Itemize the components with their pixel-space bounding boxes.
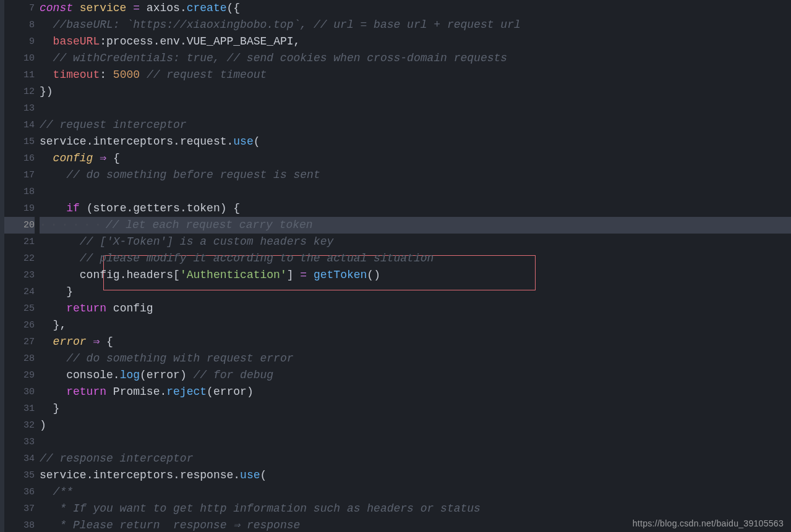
line-number[interactable]: 38	[4, 517, 35, 532]
token-comment: // let each request carry token	[106, 219, 313, 231]
token-text	[40, 319, 53, 331]
token-punct: :	[100, 69, 113, 81]
line-number-gutter[interactable]: 7891011121314151617181920212223242526272…	[4, 0, 40, 532]
code-line[interactable]: service.interceptors.response.use(	[40, 467, 791, 484]
code-line[interactable]: )	[40, 417, 791, 434]
code-line[interactable]: /**	[40, 484, 791, 500]
token-text: Promise	[106, 386, 160, 398]
token-punct: :	[100, 35, 106, 48]
code-line[interactable]: config ⇒ {	[40, 150, 791, 167]
code-line[interactable]: error ⇒ {	[40, 334, 791, 350]
line-number[interactable]: 20	[4, 217, 35, 234]
code-line[interactable]: //baseURL: `https://xiaoxingbobo.top`, /…	[40, 17, 791, 33]
code-line[interactable]: return Promise.reject(error)	[40, 384, 791, 400]
code-line[interactable]: if (store.getters.token) {	[40, 200, 791, 217]
code-line[interactable]: // do something before request is sent	[40, 167, 791, 184]
token-operator: =	[133, 2, 140, 14]
line-number[interactable]: 30	[4, 384, 35, 400]
line-number[interactable]: 16	[4, 150, 35, 167]
token-text: config	[40, 269, 120, 281]
token-text	[40, 252, 80, 264]
code-line[interactable]: }	[40, 400, 791, 417]
token-comment: // ['X-Token'] is a custom headers key	[80, 235, 333, 248]
token-text	[40, 235, 80, 248]
token-comment: // for debug	[193, 369, 273, 381]
token-text: response	[180, 469, 233, 481]
token-text	[106, 152, 113, 164]
line-number[interactable]: 18	[4, 184, 35, 200]
code-line[interactable]: return config	[40, 300, 791, 317]
token-param: error	[53, 336, 87, 348]
token-text	[40, 285, 66, 298]
code-content-area[interactable]: const service = axios.create({ //baseURL…	[40, 0, 791, 532]
code-line[interactable]	[40, 100, 791, 117]
line-number[interactable]: 19	[4, 200, 35, 217]
line-number[interactable]: 27	[4, 334, 35, 350]
line-number[interactable]: 37	[4, 500, 35, 517]
code-line[interactable]: })	[40, 83, 791, 100]
line-number[interactable]: 17	[4, 167, 35, 184]
code-line[interactable]: baseURL:process.env.VUE_APP_BASE_API,	[40, 33, 791, 50]
code-line[interactable]: // do something with request error	[40, 350, 791, 367]
line-number[interactable]: 29	[4, 367, 35, 384]
line-number[interactable]: 14	[4, 117, 35, 133]
code-editor[interactable]: 7891011121314151617181920212223242526272…	[0, 0, 791, 532]
code-line[interactable]: // request interceptor	[40, 117, 791, 133]
token-function: use	[240, 469, 260, 481]
line-number[interactable]: 10	[4, 50, 35, 67]
code-line[interactable]: * If you want to get http information su…	[40, 500, 791, 517]
token-text	[40, 69, 53, 81]
code-line[interactable]: service.interceptors.request.use(	[40, 133, 791, 150]
code-line[interactable]: const service = axios.create({	[40, 0, 791, 17]
code-line[interactable]: }	[40, 284, 791, 300]
token-text	[40, 152, 53, 164]
line-number[interactable]: 36	[4, 484, 35, 500]
line-number[interactable]: 11	[4, 67, 35, 83]
line-number[interactable]: 12	[4, 83, 35, 100]
token-punct: (	[207, 386, 213, 398]
token-punct: .	[180, 2, 187, 14]
line-number[interactable]: 31	[4, 400, 35, 417]
line-number[interactable]: 34	[4, 450, 35, 467]
code-line[interactable]: config.headers['Authentication'] = getTo…	[40, 267, 791, 284]
token-variable: service	[80, 2, 127, 14]
token-punct: })	[40, 85, 53, 98]
line-number[interactable]: 32	[4, 417, 35, 434]
token-punct: ,	[294, 35, 301, 48]
line-number[interactable]: 22	[4, 250, 35, 267]
token-text	[40, 52, 53, 64]
code-line[interactable]	[40, 434, 791, 450]
line-number[interactable]: 25	[4, 300, 35, 317]
line-number[interactable]: 21	[4, 234, 35, 250]
code-line[interactable]: // response interceptor	[40, 450, 791, 467]
code-line[interactable]	[40, 184, 791, 200]
token-text: token	[187, 202, 220, 214]
line-number[interactable]: 28	[4, 350, 35, 367]
token-dots: ······	[40, 219, 106, 231]
line-number[interactable]: 8	[4, 17, 35, 33]
line-number[interactable]: 23	[4, 267, 35, 284]
line-number[interactable]: 35	[4, 467, 35, 484]
token-text: getters	[133, 202, 180, 214]
breakpoint-margin[interactable]	[0, 0, 4, 532]
token-operator: ⇒	[100, 152, 106, 164]
line-number[interactable]: 24	[4, 284, 35, 300]
code-line[interactable]: ······// let each request carry token	[40, 217, 791, 234]
token-text: service	[40, 469, 87, 481]
token-function: getToken	[314, 269, 367, 281]
token-comment: // response interceptor	[40, 452, 193, 465]
code-line[interactable]: console.log(error) // for debug	[40, 367, 791, 384]
line-number[interactable]: 9	[4, 33, 35, 50]
line-number[interactable]: 15	[4, 133, 35, 150]
code-line[interactable]: },	[40, 317, 791, 334]
code-line[interactable]: timeout: 5000 // request timeout	[40, 67, 791, 83]
code-line[interactable]: // please modify it according to the act…	[40, 250, 791, 267]
line-number[interactable]: 7	[4, 0, 35, 17]
code-line[interactable]: // withCredentials: true, // send cookie…	[40, 50, 791, 67]
line-number[interactable]: 33	[4, 434, 35, 450]
line-number[interactable]: 26	[4, 317, 35, 334]
token-keyword-nf: return	[66, 302, 106, 315]
code-line[interactable]: // ['X-Token'] is a custom headers key	[40, 234, 791, 250]
line-number[interactable]: 13	[4, 100, 35, 117]
token-text: axios	[140, 2, 180, 14]
